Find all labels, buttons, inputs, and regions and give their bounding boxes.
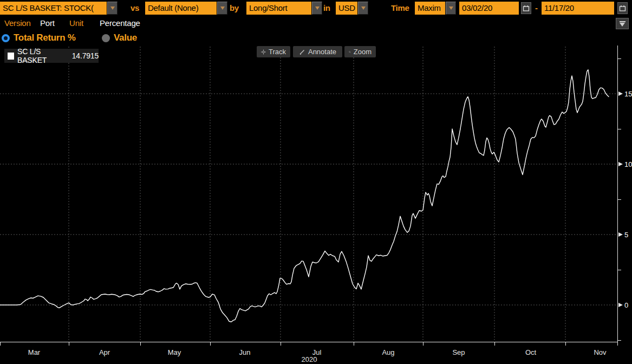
chevron-down-icon <box>361 6 366 10</box>
value-gridlines <box>0 94 617 305</box>
date-from-calendar-button[interactable] <box>521 2 531 14</box>
track-button[interactable]: Track <box>257 46 290 57</box>
svg-text:Nov: Nov <box>594 348 607 356</box>
value-radio-label[interactable]: Value <box>114 32 137 43</box>
y-minor-ticks <box>617 59 621 341</box>
portfolio-field[interactable]: SC L/S BASKET: STOCK( <box>0 2 107 15</box>
svg-text:Aug: Aug <box>382 348 394 356</box>
svg-text:15: 15 <box>624 90 632 98</box>
date-to-calendar-button[interactable] <box>617 2 628 14</box>
svg-text:Mar: Mar <box>28 348 41 356</box>
benchmark-dropdown-button[interactable] <box>217 2 227 15</box>
menu-item-port[interactable]: Port <box>40 18 55 29</box>
month-gridlines <box>69 47 565 342</box>
series-legend: SC L/S BASKET 14.7915 <box>4 49 99 63</box>
collapse-panel-button[interactable] <box>616 18 629 29</box>
chevron-down-icon <box>220 6 225 10</box>
annotate-button-label: Annotate <box>308 48 336 56</box>
svg-text:0: 0 <box>624 301 628 309</box>
calendar-icon <box>619 5 626 12</box>
zoom-button-label: Zoom <box>354 48 372 56</box>
svg-text:Oct: Oct <box>525 348 537 356</box>
series-last-value: 14.7915 <box>72 51 99 60</box>
total-return-radio[interactable] <box>2 34 10 42</box>
series-name: SC L/S BASKET <box>17 47 68 64</box>
vs-label: vs <box>131 2 139 15</box>
chevron-down-icon <box>110 6 115 10</box>
annotate-button[interactable]: Annotate <box>293 46 342 57</box>
series-line <box>0 70 609 322</box>
date-to-field[interactable]: 11/17/20 <box>542 2 614 15</box>
currency-field[interactable]: USD <box>336 2 357 15</box>
time-period-dropdown-button[interactable] <box>446 2 456 15</box>
pencil-icon <box>299 49 305 55</box>
time-period-field[interactable]: Maxim <box>415 2 445 15</box>
magnifier-icon <box>349 49 351 55</box>
total-return-radio-label[interactable]: Total Return % <box>14 32 76 43</box>
series-swatch <box>8 53 14 60</box>
menu-item-unit[interactable]: Unit <box>69 18 83 29</box>
time-label: Time <box>391 2 409 15</box>
svg-text:Sep: Sep <box>452 348 465 356</box>
value-radio[interactable] <box>102 34 110 42</box>
year-label: 2020 <box>302 355 317 363</box>
chevron-down-icon <box>449 6 453 10</box>
breakdown-field[interactable]: Long/Short <box>246 2 311 15</box>
axes <box>0 46 618 342</box>
collapse-icon <box>620 21 626 22</box>
zoom-button[interactable]: Zoom <box>344 46 376 57</box>
chevron-down-icon <box>315 6 320 10</box>
in-label: in <box>323 2 330 15</box>
svg-text:May: May <box>168 348 181 356</box>
benchmark-field[interactable]: Default (None) <box>145 2 217 15</box>
breakdown-dropdown-button[interactable] <box>312 2 322 15</box>
track-button-label: Track <box>269 48 286 56</box>
date-range-separator: - <box>535 2 538 15</box>
portfolio-dropdown-button[interactable] <box>107 2 118 15</box>
crosshair-icon <box>261 49 266 55</box>
currency-dropdown-button[interactable] <box>358 2 368 15</box>
chevron-down-icon <box>620 23 625 27</box>
x-ticks <box>1 342 618 346</box>
by-label: by <box>230 2 239 15</box>
x-axis-labels: MarAprMayJunJulAugSepOctNov2020 <box>28 348 607 363</box>
svg-text:10: 10 <box>624 160 632 168</box>
returns-chart: 051015MarAprMayJunJulAugSepOctNov2020 <box>0 43 632 364</box>
svg-text:5: 5 <box>624 231 628 239</box>
calendar-icon <box>523 5 530 12</box>
menu-item-percentage[interactable]: Percentage <box>100 18 140 29</box>
svg-text:Apr: Apr <box>99 348 110 356</box>
menu-item-version[interactable]: Version <box>4 18 31 29</box>
date-from-field[interactable]: 03/02/20 <box>459 2 519 15</box>
svg-text:Jun: Jun <box>239 348 251 356</box>
